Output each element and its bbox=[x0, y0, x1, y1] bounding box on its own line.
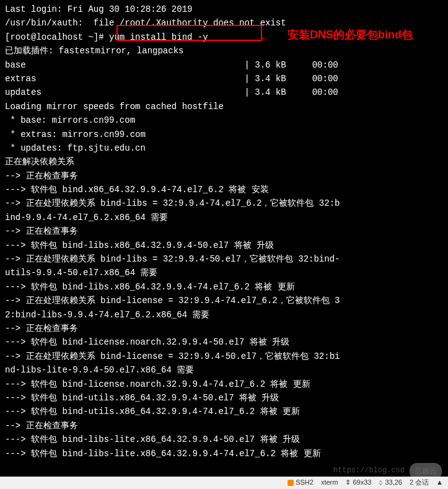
terminal-line: utils-9.9.4-50.el7.x86_64 需要 bbox=[5, 266, 443, 280]
terminal-line: ---> 软件包 bind-libs-lite.x86_64.32.9.9.4-… bbox=[5, 433, 443, 446]
terminal-line: ---> 软件包 bind.x86_64.32.9.9.4-74.el7_6.2… bbox=[5, 183, 443, 196]
sessions-label: 2 会话 bbox=[410, 477, 429, 488]
terminal-line: ---> 软件包 bind-libs.x86_64.32.9.9.4-74.el… bbox=[5, 280, 443, 294]
terminal-line: * updates: ftp.sjtu.edu.cn bbox=[5, 141, 443, 155]
terminal-line: nd-libs-lite-9.9.4-50.el7.x86_64 需要 bbox=[5, 363, 443, 377]
terminal-line: ---> 软件包 bind-utils.x86_64.32.9.9.4-74.e… bbox=[5, 405, 443, 418]
ssh-label: SSH2 bbox=[296, 477, 314, 488]
terminal-line: updates | 3.4 kB 00:00 bbox=[5, 86, 443, 99]
terminal-line: Last login: Fri Aug 30 10:28:26 2019 bbox=[5, 2, 443, 16]
pos-label: 33,26 bbox=[385, 477, 402, 488]
terminal-output[interactable]: Last login: Fri Aug 30 10:28:26 2019/usr… bbox=[0, 0, 448, 463]
terminal-line: ind-9.9.4-74.el7_6.2.x86_64 需要 bbox=[5, 211, 443, 224]
terminal-line: --> 正在处理依赖关系 bind-libs = 32:9.9.4-74.el7… bbox=[5, 196, 443, 210]
watermark-text: https://blog.csd bbox=[333, 465, 405, 477]
terminal-line: --> 正在检查事务 bbox=[5, 419, 443, 433]
terminal-line: 正在解决依赖关系 bbox=[5, 155, 443, 169]
terminal-line: ---> 软件包 bind-utils.x86_64.32.9.9.4-50.e… bbox=[5, 391, 443, 405]
terminal-line: ---> 软件包 bind-libs.x86_64.32.9.9.4-50.el… bbox=[5, 239, 443, 252]
terminal-line: --> 正在处理依赖关系 bind-libs = 32:9.9.4-50.el7… bbox=[5, 252, 443, 266]
terminal-line: --> 正在检查事务 bbox=[5, 169, 443, 183]
status-size: ⇕ 69x33 bbox=[345, 477, 371, 488]
terminal-line: ---> 软件包 bind-libs-lite.x86_64.32.9.9.4-… bbox=[5, 447, 443, 460]
terminal-line: --> 正在检查事务 bbox=[5, 322, 443, 335]
annotation-arrow: ← bbox=[261, 31, 268, 47]
terminal-line: Loading mirror speeds from cached hostfi… bbox=[5, 100, 443, 113]
status-sessions: 2 会话 bbox=[410, 477, 429, 488]
status-caps: ▲ bbox=[436, 477, 443, 488]
status-pos: ⎀ 33,26 bbox=[379, 477, 402, 488]
ssh-icon bbox=[288, 480, 294, 486]
terminal-line: 已加载插件: fastestmirror, langpacks bbox=[5, 44, 443, 58]
size-icon: ⇕ bbox=[345, 477, 351, 488]
terminal-line: extras | 3.4 kB 00:00 bbox=[5, 72, 443, 86]
terminal-line: ---> 软件包 bind-license.noarch.32.9.9.4-74… bbox=[5, 377, 443, 391]
status-bar: SSH2 xterm ⇕ 69x33 ⎀ 33,26 2 会话 ▲ bbox=[0, 477, 448, 489]
terminal-line: --> 正在检查事务 bbox=[5, 224, 443, 238]
term-label: xterm bbox=[321, 477, 338, 488]
terminal-line: --> 正在处理依赖关系 bind-license = 32:9.9.4-74.… bbox=[5, 294, 443, 307]
terminal-line: base | 3.6 kB 00:00 bbox=[5, 58, 443, 72]
status-term: xterm bbox=[321, 477, 338, 488]
pos-icon: ⎀ bbox=[379, 477, 383, 488]
terminal-line: 2:bind-libs-9.9.4-74.el7_6.2.x86_64 需要 bbox=[5, 308, 443, 322]
terminal-line: ---> 软件包 bind-license.noarch.32.9.9.4-50… bbox=[5, 335, 443, 349]
terminal-line: * base: mirrors.cn99.com bbox=[5, 113, 443, 127]
terminal-line: --> 正在处理依赖关系 bind-license = 32:9.9.4-50.… bbox=[5, 350, 443, 363]
status-ssh: SSH2 bbox=[288, 477, 314, 488]
terminal-line: * extras: mirrors.cn99.com bbox=[5, 128, 443, 141]
size-label: 69x33 bbox=[353, 477, 371, 488]
annotation-text: 安装DNS的必要包bind包 bbox=[288, 26, 413, 44]
